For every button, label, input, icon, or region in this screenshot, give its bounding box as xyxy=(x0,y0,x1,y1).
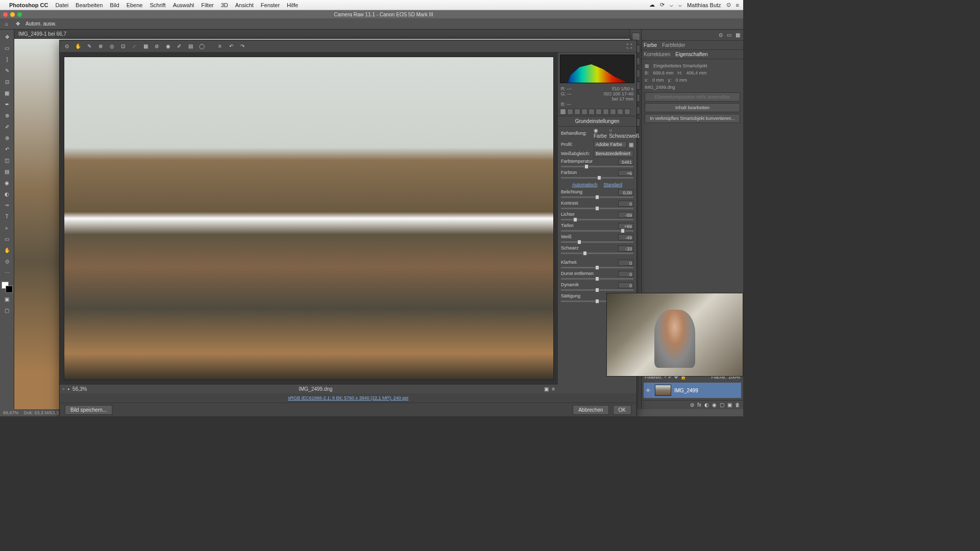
slider-contrast-thumb[interactable] xyxy=(595,206,599,211)
quick-select-tool[interactable]: ✎ xyxy=(2,65,13,76)
delete-layer-icon[interactable]: 🗑 xyxy=(735,402,740,408)
slider-dehaze-value[interactable]: 0 xyxy=(618,271,633,277)
slider-exposure-value[interactable]: 0,00 xyxy=(618,189,633,195)
menu-window[interactable]: Fenster xyxy=(261,2,280,8)
acr-tab-presets[interactable] xyxy=(617,109,623,115)
acr-color-sampler-tool[interactable]: ⊕ xyxy=(96,42,105,51)
acr-tab-basic[interactable] xyxy=(560,109,566,115)
save-image-button[interactable]: Bild speichern... xyxy=(65,405,112,415)
profile-browser-icon[interactable]: ▦ xyxy=(629,142,633,147)
menu-image[interactable]: Bild xyxy=(110,2,119,8)
acr-transform-tool[interactable]: ▦ xyxy=(141,42,150,51)
move-tool[interactable]: ✥ xyxy=(2,32,13,42)
marquee-tool[interactable]: ▭ xyxy=(2,43,13,53)
slider-blacks-track[interactable] xyxy=(561,253,633,254)
menu-file[interactable]: Datei xyxy=(55,2,68,8)
menu-edit[interactable]: Bearbeiten xyxy=(76,2,103,8)
search-icon[interactable]: ⊙ xyxy=(719,32,723,38)
acr-tab-fx[interactable] xyxy=(603,109,609,115)
pen-tool[interactable]: ✑ xyxy=(2,200,13,210)
eraser-tool[interactable]: ◫ xyxy=(2,155,13,165)
history-brush-tool[interactable]: ↶ xyxy=(2,144,13,154)
arrange-icon[interactable]: ▦ xyxy=(736,32,740,38)
menu-filter[interactable]: Filter xyxy=(201,2,213,8)
slider-whites-value[interactable]: -49 xyxy=(618,234,633,240)
acr-tab-lens[interactable] xyxy=(596,109,602,115)
lasso-tool[interactable]: ⟆ xyxy=(2,54,13,64)
color-swatches[interactable] xyxy=(2,282,13,293)
close-window-button[interactable] xyxy=(3,12,8,17)
spotlight-icon[interactable]: ⊙ xyxy=(726,2,731,8)
acr-tab-calib[interactable] xyxy=(610,109,616,115)
user-name[interactable]: Matthias Butz xyxy=(687,2,721,8)
acr-rotate-right-icon[interactable]: ↷ xyxy=(238,42,247,51)
acr-preview-toggle-icon[interactable]: ▣ xyxy=(544,386,549,392)
slider-whites-thumb[interactable] xyxy=(577,240,581,244)
acr-brush-tool[interactable]: ✐ xyxy=(175,42,183,51)
slider-saturation-thumb[interactable] xyxy=(595,299,599,304)
gradient-tool[interactable]: ▤ xyxy=(2,166,13,177)
layer-fx-icon[interactable]: fx xyxy=(697,402,701,408)
home-icon[interactable]: ⌂ xyxy=(3,20,10,28)
acr-hand-tool[interactable]: ✋ xyxy=(74,42,82,51)
acr-zoom-out-icon[interactable]: ▫ xyxy=(63,386,65,392)
slider-exposure-thumb[interactable] xyxy=(595,195,599,199)
slider-temp-track[interactable] xyxy=(561,166,633,167)
quick-mask-tool[interactable]: ▣ xyxy=(2,294,13,304)
new-group-icon[interactable]: ▢ xyxy=(720,402,724,408)
healing-tool[interactable]: ⊕ xyxy=(2,110,13,120)
menu-select[interactable]: Auswahl xyxy=(173,2,194,8)
crop-tool[interactable]: ⊡ xyxy=(2,77,13,87)
frame-tool[interactable]: ▦ xyxy=(2,88,13,98)
acr-prefs-icon[interactable]: ≡ xyxy=(216,42,224,51)
slider-dehaze-track[interactable] xyxy=(561,278,633,280)
acr-fullscreen-icon[interactable]: ⛶ xyxy=(625,42,633,51)
menu-3d[interactable]: 3D xyxy=(221,2,228,8)
layer-visibility-icon[interactable]: 👁 xyxy=(646,388,652,393)
app-menu[interactable]: Photoshop CC xyxy=(9,2,48,8)
height-value[interactable]: 406,4 mm xyxy=(687,70,707,76)
layer-item[interactable]: 👁 IMG_2499 xyxy=(644,383,741,398)
slider-clarity-thumb[interactable] xyxy=(595,265,599,270)
acr-radial-tool[interactable]: ◯ xyxy=(198,42,206,51)
wb-select[interactable]: Benutzerdefiniert xyxy=(594,150,633,157)
slider-tint-thumb[interactable] xyxy=(597,176,601,180)
acr-histogram[interactable] xyxy=(560,55,634,83)
slider-clarity-track[interactable] xyxy=(561,267,633,268)
status-doc-size[interactable]: Dok: 63,3 M/63,3 M xyxy=(24,410,64,415)
acr-straighten-tool[interactable]: ⟋ xyxy=(130,42,138,51)
new-layer-icon[interactable]: ▣ xyxy=(727,402,732,408)
acr-tab-split[interactable] xyxy=(589,109,595,115)
zoom-tool[interactable]: ⊙ xyxy=(2,256,13,266)
width-value[interactable]: 609,6 mm xyxy=(653,70,674,76)
menu-layer[interactable]: Ebene xyxy=(127,2,143,8)
menu-help[interactable]: Hilfe xyxy=(287,2,298,8)
acr-zoom-value[interactable]: 56,3% xyxy=(72,386,87,392)
default-preset-link[interactable]: Standard xyxy=(604,182,623,187)
slider-contrast-value[interactable]: 0 xyxy=(618,201,633,207)
acr-filmstrip-icon[interactable]: ≡ xyxy=(552,386,555,392)
slider-vibrance-track[interactable] xyxy=(561,289,633,291)
tab-properties[interactable]: Eigenschaften xyxy=(675,52,707,57)
screen-mode-tool[interactable]: ▢ xyxy=(2,305,13,315)
hand-tool[interactable]: ✋ xyxy=(2,245,13,255)
acr-tab-curve[interactable] xyxy=(567,109,573,115)
x-value[interactable]: 0 mm xyxy=(652,78,664,83)
slider-whites-track[interactable] xyxy=(561,241,633,243)
slider-highlights-track[interactable] xyxy=(561,219,633,220)
stamp-tool[interactable]: ⊛ xyxy=(2,133,13,143)
acr-tab-detail[interactable] xyxy=(574,109,580,115)
maximize-window-button[interactable] xyxy=(17,12,22,17)
background-color[interactable] xyxy=(6,286,13,293)
profile-select[interactable]: Adobe Farbe xyxy=(594,141,627,148)
treatment-color-radio[interactable]: ◉ Farbe xyxy=(594,128,607,139)
acr-crop-tool[interactable]: ⊡ xyxy=(119,42,127,51)
document-tab[interactable]: IMG_2499-1 bei 66,7 xyxy=(14,30,630,39)
acr-rotate-left-icon[interactable]: ↶ xyxy=(227,42,235,51)
acr-wb-tool[interactable]: ✎ xyxy=(85,42,93,51)
acr-tab-snapshots[interactable] xyxy=(624,109,630,115)
move-tool-icon[interactable]: ✥ xyxy=(14,20,21,28)
slider-blacks-value[interactable]: -33 xyxy=(618,245,633,252)
acr-tab-hsl[interactable] xyxy=(581,109,587,115)
menu-icon[interactable]: ≡ xyxy=(736,2,739,8)
